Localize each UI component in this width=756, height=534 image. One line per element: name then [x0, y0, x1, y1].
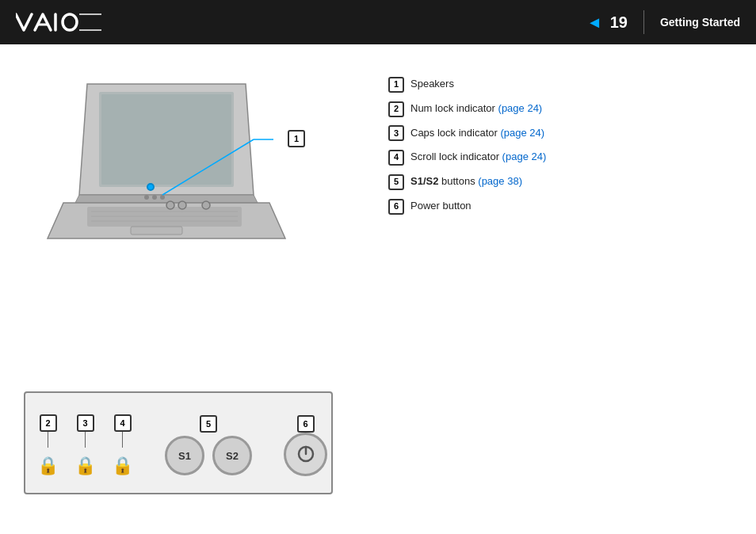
svg-point-2: [63, 14, 77, 30]
labels-area: 1 Speakers 2 Num lock indicator (page 24…: [357, 60, 732, 518]
header: ◄ 19 Getting Started: [0, 0, 756, 44]
label-num-4: 4: [388, 150, 404, 166]
label-text-5: S1/S2 buttons (page 38): [410, 174, 522, 190]
getting-started-label: Getting Started: [660, 16, 740, 29]
label-text-3: Caps lock indicator (page 24): [410, 125, 544, 142]
vaio-logo-icon: [16, 8, 103, 36]
label-num-1: 1: [388, 77, 404, 93]
logo-area: [16, 8, 103, 36]
label-item-4: 4 Scroll lock indicator (page 24): [388, 149, 732, 166]
page-num-value: 19: [610, 13, 628, 31]
indicator-dot-2: [45, 432, 52, 456]
zoom-panel: 2 🔒 3 🔒 4 🔒: [24, 391, 333, 494]
label-num-3: 3: [388, 125, 404, 141]
header-right: ◄ 19 Getting Started: [586, 10, 740, 34]
laptop-illustration: [40, 68, 293, 250]
s1-button[interactable]: S1: [165, 436, 204, 475]
svg-rect-11: [131, 227, 182, 235]
label-link-3[interactable]: (page 24): [500, 127, 544, 139]
zoom-badge-6: 6: [297, 415, 315, 433]
zoom-badge-2: 2: [40, 414, 57, 432]
svg-point-13: [152, 195, 157, 200]
label-link-2[interactable]: (page 24): [498, 102, 543, 114]
page-arrow: ◄: [586, 13, 602, 31]
zoom-group-power: 6: [284, 410, 327, 476]
label-item-5: 5 S1/S2 buttons (page 38): [388, 174, 732, 190]
label-link-4[interactable]: (page 24): [502, 151, 547, 162]
main-content: 1 2 🔒 3 🔒: [0, 44, 756, 534]
label-link-5[interactable]: (page 38): [478, 175, 522, 187]
svg-point-16: [178, 201, 186, 209]
label-item-3: 3 Caps lock indicator (page 24): [388, 125, 732, 142]
label-item-1: 1 Speakers: [388, 76, 732, 93]
label-text-4: Scroll lock indicator (page 24): [410, 149, 546, 166]
label-num-2: 2: [388, 101, 404, 117]
callout-badge-1: 1: [288, 130, 305, 147]
page-number: ◄ 19: [586, 13, 628, 32]
s1s2-bold-text-span: buttons: [441, 175, 478, 187]
zoom-badge-3: 3: [77, 414, 94, 432]
svg-rect-7: [87, 207, 242, 227]
zoom-group-4: 4 🔒: [112, 410, 133, 476]
label-num-5: 5: [388, 174, 404, 190]
label-text-1: Speakers: [410, 76, 454, 93]
diagram-area: 1 2 🔒 3 🔒: [24, 60, 357, 518]
s1s2-bold-text: S1/S2: [410, 175, 438, 187]
svg-point-14: [144, 195, 149, 200]
svg-point-17: [202, 201, 210, 209]
caps-lock-icon: 🔒: [74, 456, 96, 476]
num-lock-icon: 🔒: [37, 456, 59, 476]
indicator-dot-3: [82, 432, 89, 456]
svg-point-12: [160, 195, 165, 200]
s2-button[interactable]: S2: [212, 436, 252, 475]
power-button[interactable]: [284, 433, 327, 476]
indicator-dot-4: [120, 432, 126, 456]
zoom-group-3: 3 🔒: [74, 410, 96, 476]
label-item-2: 2 Num lock indicator (page 24): [388, 101, 732, 117]
zoom-group-2: 2 🔒: [37, 410, 59, 476]
svg-point-15: [166, 201, 174, 209]
label-text-2: Num lock indicator (page 24): [410, 101, 542, 117]
label-item-6: 6 Power button: [388, 198, 732, 215]
laptop-wrapper: 1: [40, 68, 293, 253]
zoom-badge-4: 4: [114, 414, 132, 432]
label-text-6: Power button: [410, 198, 472, 215]
scroll-lock-icon: 🔒: [112, 456, 133, 476]
speaker-callout-dot: [147, 183, 155, 191]
zoom-badge-5: 5: [200, 415, 217, 433]
power-icon: [296, 444, 315, 463]
zoom-group-s1s2: 5 S1 S2: [165, 410, 252, 475]
svg-rect-6: [101, 94, 231, 185]
label-num-6: 6: [388, 199, 404, 215]
